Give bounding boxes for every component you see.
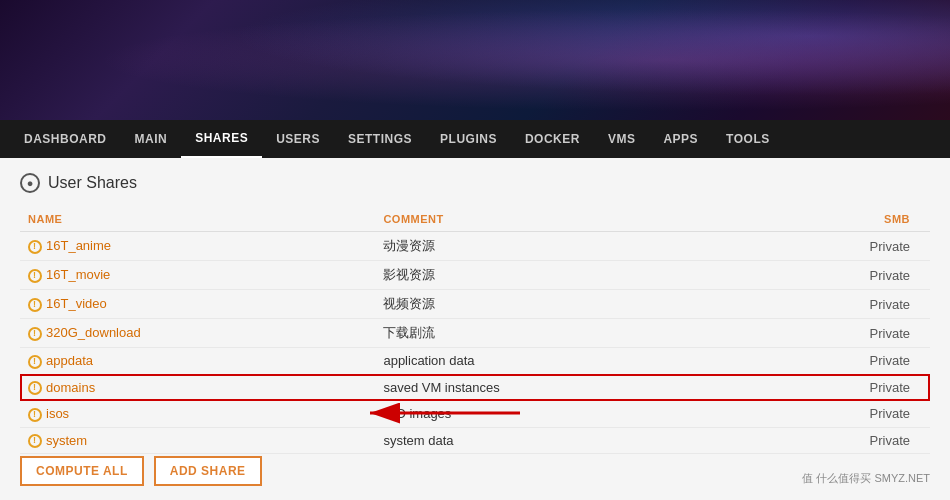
warn-icon: [28, 298, 42, 312]
nav-item-dashboard[interactable]: DASHBOARD: [10, 120, 121, 158]
share-comment: 下载剧流: [375, 319, 740, 348]
warn-icon: [28, 408, 42, 422]
shares-table: NAME COMMENT SMB 16T_anime动漫资源Private16T…: [20, 207, 930, 454]
share-smb: Private: [741, 319, 930, 348]
share-link[interactable]: 16T_anime: [46, 238, 111, 253]
add-share-button[interactable]: ADD SHARE: [154, 456, 262, 486]
nav-item-apps[interactable]: APPS: [649, 120, 712, 158]
share-smb: Private: [741, 232, 930, 261]
share-link[interactable]: appdata: [46, 353, 93, 368]
share-link[interactable]: domains: [46, 380, 95, 395]
col-name: NAME: [20, 207, 375, 232]
table-row[interactable]: domainssaved VM instancesPrivate: [20, 374, 930, 401]
nav-item-docker[interactable]: DOCKER: [511, 120, 594, 158]
table-row[interactable]: 16T_movie影视资源Private: [20, 261, 930, 290]
share-smb: Private: [741, 427, 930, 454]
table-row[interactable]: 320G_download下载剧流Private: [20, 319, 930, 348]
nav-item-plugins[interactable]: PLUGINS: [426, 120, 511, 158]
col-comment: COMMENT: [375, 207, 740, 232]
nav-item-tools[interactable]: TOOLS: [712, 120, 784, 158]
compute-all-button[interactable]: COMPUTE ALL: [20, 456, 144, 486]
table-row[interactable]: isosISO imagesPrivate: [20, 401, 930, 428]
share-smb: Private: [741, 374, 930, 401]
share-comment: 动漫资源: [375, 232, 740, 261]
nav-item-vms[interactable]: VMS: [594, 120, 650, 158]
table-row[interactable]: 16T_video视频资源Private: [20, 290, 930, 319]
warn-icon: [28, 434, 42, 448]
col-smb: SMB: [741, 207, 930, 232]
share-link[interactable]: isos: [46, 406, 69, 421]
bottom-bar: COMPUTE ALL ADD SHARE: [20, 456, 262, 486]
share-smb: Private: [741, 261, 930, 290]
share-name-cell: 16T_movie: [20, 261, 375, 290]
share-comment: 影视资源: [375, 261, 740, 290]
share-link[interactable]: 16T_movie: [46, 267, 110, 282]
share-link[interactable]: system: [46, 433, 87, 448]
nav-item-shares[interactable]: SHARES: [181, 120, 262, 158]
share-comment: system data: [375, 427, 740, 454]
share-name-cell: isos: [20, 401, 375, 428]
nav-item-settings[interactable]: SETTINGS: [334, 120, 426, 158]
share-name-cell: 16T_video: [20, 290, 375, 319]
share-link[interactable]: 320G_download: [46, 325, 141, 340]
user-icon: ●: [20, 173, 40, 193]
share-comment: saved VM instances: [375, 374, 740, 401]
share-name-cell: 16T_anime: [20, 232, 375, 261]
nav-item-users[interactable]: USERS: [262, 120, 334, 158]
share-name-cell: appdata: [20, 348, 375, 375]
nav-item-main[interactable]: MAIN: [121, 120, 182, 158]
navbar: DASHBOARDMAINSHARESUSERSSETTINGSPLUGINSD…: [0, 120, 950, 158]
warn-icon: [28, 355, 42, 369]
share-name-cell: 320G_download: [20, 319, 375, 348]
banner: [0, 0, 950, 120]
share-smb: Private: [741, 348, 930, 375]
warn-icon: [28, 327, 42, 341]
page-title: ● User Shares: [20, 173, 930, 193]
warn-icon: [28, 269, 42, 283]
share-name-cell: system: [20, 427, 375, 454]
watermark: 值 什么值得买 SMYZ.NET: [802, 471, 930, 486]
share-comment: 视频资源: [375, 290, 740, 319]
table-row[interactable]: systemsystem dataPrivate: [20, 427, 930, 454]
table-row[interactable]: 16T_anime动漫资源Private: [20, 232, 930, 261]
warn-icon: [28, 381, 42, 395]
share-link[interactable]: 16T_video: [46, 296, 107, 311]
warn-icon: [28, 240, 42, 254]
share-comment: application data: [375, 348, 740, 375]
table-row[interactable]: appdataapplication dataPrivate: [20, 348, 930, 375]
share-comment: ISO images: [375, 401, 740, 428]
share-name-cell: domains: [20, 374, 375, 401]
share-smb: Private: [741, 290, 930, 319]
share-smb: Private: [741, 401, 930, 428]
